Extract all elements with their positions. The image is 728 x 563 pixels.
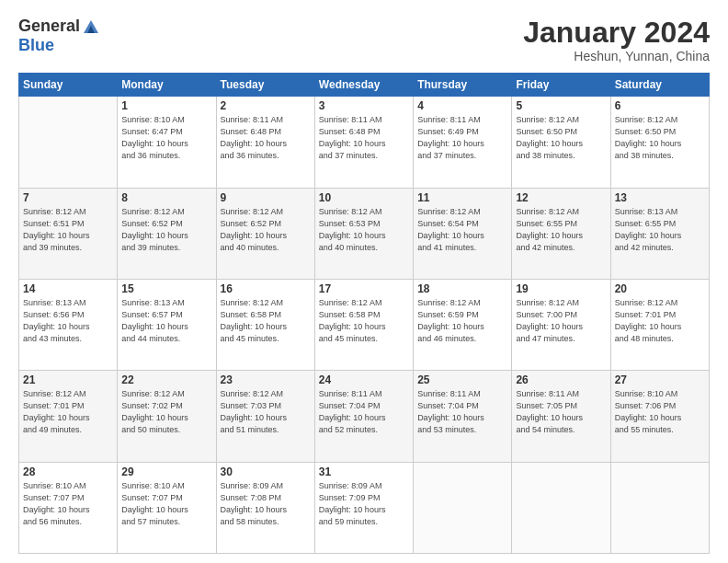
calendar-cell: 2Sunrise: 8:11 AM Sunset: 6:48 PM Daylig… [216, 97, 314, 188]
day-number: 2 [221, 99, 311, 112]
logo-blue-text: Blue [18, 36, 54, 55]
header: General Blue January 2024 Heshun, Yunnan… [18, 17, 710, 63]
calendar-cell [19, 97, 118, 188]
calendar-week-row: 7Sunrise: 8:12 AM Sunset: 6:51 PM Daylig… [19, 188, 710, 279]
day-info: Sunrise: 8:11 AM Sunset: 6:49 PM Dayligh… [417, 114, 507, 162]
calendar-cell: 21Sunrise: 8:12 AM Sunset: 7:01 PM Dayli… [19, 371, 118, 462]
day-info: Sunrise: 8:12 AM Sunset: 7:01 PM Dayligh… [23, 388, 113, 436]
calendar-cell: 14Sunrise: 8:13 AM Sunset: 6:56 PM Dayli… [19, 279, 118, 370]
day-info: Sunrise: 8:11 AM Sunset: 6:48 PM Dayligh… [221, 114, 311, 162]
day-number: 25 [417, 373, 507, 386]
day-number: 8 [121, 191, 211, 204]
day-info: Sunrise: 8:11 AM Sunset: 6:48 PM Dayligh… [319, 114, 409, 162]
day-number: 5 [516, 99, 606, 112]
day-info: Sunrise: 8:12 AM Sunset: 6:50 PM Dayligh… [516, 114, 606, 162]
logo-general-text: General [18, 17, 80, 36]
calendar-cell: 13Sunrise: 8:13 AM Sunset: 6:55 PM Dayli… [610, 188, 709, 279]
calendar-cell: 26Sunrise: 8:11 AM Sunset: 7:05 PM Dayli… [512, 371, 610, 462]
day-info: Sunrise: 8:10 AM Sunset: 6:47 PM Dayligh… [121, 114, 211, 162]
logo-icon [82, 18, 100, 35]
day-number: 21 [23, 373, 113, 386]
calendar-cell: 27Sunrise: 8:10 AM Sunset: 7:06 PM Dayli… [610, 371, 709, 462]
calendar-cell [512, 462, 610, 553]
calendar-cell: 1Sunrise: 8:10 AM Sunset: 6:47 PM Daylig… [118, 97, 216, 188]
calendar-table: SundayMondayTuesdayWednesdayThursdayFrid… [18, 73, 710, 554]
calendar-header-wednesday: Wednesday [314, 74, 413, 97]
calendar-cell: 10Sunrise: 8:12 AM Sunset: 6:53 PM Dayli… [314, 188, 413, 279]
calendar-week-row: 28Sunrise: 8:10 AM Sunset: 7:07 PM Dayli… [19, 462, 710, 553]
calendar-cell: 15Sunrise: 8:13 AM Sunset: 6:57 PM Dayli… [118, 279, 216, 370]
location-subtitle: Heshun, Yunnan, China [523, 49, 710, 63]
day-number: 20 [615, 282, 705, 295]
day-number: 3 [319, 99, 409, 112]
day-number: 13 [615, 191, 705, 204]
logo: General Blue [18, 17, 100, 55]
day-info: Sunrise: 8:12 AM Sunset: 6:51 PM Dayligh… [23, 206, 113, 254]
day-info: Sunrise: 8:12 AM Sunset: 7:02 PM Dayligh… [121, 388, 211, 436]
day-number: 11 [417, 191, 507, 204]
day-info: Sunrise: 8:09 AM Sunset: 7:08 PM Dayligh… [221, 480, 311, 528]
day-number: 1 [121, 99, 211, 112]
day-info: Sunrise: 8:13 AM Sunset: 6:55 PM Dayligh… [615, 206, 705, 254]
day-number: 28 [23, 465, 113, 478]
day-number: 10 [319, 191, 409, 204]
calendar-cell: 16Sunrise: 8:12 AM Sunset: 6:58 PM Dayli… [216, 279, 314, 370]
calendar-cell: 28Sunrise: 8:10 AM Sunset: 7:07 PM Dayli… [19, 462, 118, 553]
calendar-cell: 25Sunrise: 8:11 AM Sunset: 7:04 PM Dayli… [414, 371, 512, 462]
calendar-header-thursday: Thursday [414, 74, 512, 97]
calendar-cell: 20Sunrise: 8:12 AM Sunset: 7:01 PM Dayli… [610, 279, 709, 370]
calendar-cell: 30Sunrise: 8:09 AM Sunset: 7:08 PM Dayli… [216, 462, 314, 553]
day-number: 18 [417, 282, 507, 295]
day-number: 26 [516, 373, 606, 386]
day-number: 30 [221, 465, 311, 478]
day-info: Sunrise: 8:10 AM Sunset: 7:07 PM Dayligh… [121, 480, 211, 528]
calendar-cell: 23Sunrise: 8:12 AM Sunset: 7:03 PM Dayli… [216, 371, 314, 462]
calendar-header-sunday: Sunday [19, 74, 118, 97]
day-number: 27 [615, 373, 705, 386]
calendar-cell: 22Sunrise: 8:12 AM Sunset: 7:02 PM Dayli… [118, 371, 216, 462]
day-info: Sunrise: 8:10 AM Sunset: 7:07 PM Dayligh… [23, 480, 113, 528]
day-info: Sunrise: 8:12 AM Sunset: 6:58 PM Dayligh… [221, 297, 311, 345]
day-number: 29 [121, 465, 211, 478]
day-number: 31 [319, 465, 409, 478]
calendar-cell [610, 462, 709, 553]
calendar-cell: 19Sunrise: 8:12 AM Sunset: 7:00 PM Dayli… [512, 279, 610, 370]
calendar-cell: 31Sunrise: 8:09 AM Sunset: 7:09 PM Dayli… [314, 462, 413, 553]
title-block: January 2024 Heshun, Yunnan, China [523, 17, 710, 63]
calendar-cell: 11Sunrise: 8:12 AM Sunset: 6:54 PM Dayli… [414, 188, 512, 279]
day-info: Sunrise: 8:13 AM Sunset: 6:57 PM Dayligh… [121, 297, 211, 345]
calendar-cell: 8Sunrise: 8:12 AM Sunset: 6:52 PM Daylig… [118, 188, 216, 279]
calendar-header-saturday: Saturday [610, 74, 709, 97]
calendar-cell: 12Sunrise: 8:12 AM Sunset: 6:55 PM Dayli… [512, 188, 610, 279]
day-number: 4 [417, 99, 507, 112]
day-number: 22 [121, 373, 211, 386]
day-info: Sunrise: 8:12 AM Sunset: 6:50 PM Dayligh… [615, 114, 705, 162]
calendar-week-row: 21Sunrise: 8:12 AM Sunset: 7:01 PM Dayli… [19, 371, 710, 462]
day-info: Sunrise: 8:13 AM Sunset: 6:56 PM Dayligh… [23, 297, 113, 345]
day-info: Sunrise: 8:12 AM Sunset: 7:03 PM Dayligh… [221, 388, 311, 436]
calendar-header-tuesday: Tuesday [216, 74, 314, 97]
calendar-cell: 7Sunrise: 8:12 AM Sunset: 6:51 PM Daylig… [19, 188, 118, 279]
day-info: Sunrise: 8:10 AM Sunset: 7:06 PM Dayligh… [615, 388, 705, 436]
day-info: Sunrise: 8:12 AM Sunset: 7:00 PM Dayligh… [516, 297, 606, 345]
calendar-cell: 4Sunrise: 8:11 AM Sunset: 6:49 PM Daylig… [414, 97, 512, 188]
day-number: 7 [23, 191, 113, 204]
day-number: 14 [23, 282, 113, 295]
day-info: Sunrise: 8:12 AM Sunset: 6:55 PM Dayligh… [516, 206, 606, 254]
calendar-week-row: 14Sunrise: 8:13 AM Sunset: 6:56 PM Dayli… [19, 279, 710, 370]
day-info: Sunrise: 8:12 AM Sunset: 7:01 PM Dayligh… [615, 297, 705, 345]
day-info: Sunrise: 8:12 AM Sunset: 6:52 PM Dayligh… [121, 206, 211, 254]
day-number: 24 [319, 373, 409, 386]
day-number: 6 [615, 99, 705, 112]
day-number: 19 [516, 282, 606, 295]
calendar-cell: 9Sunrise: 8:12 AM Sunset: 6:52 PM Daylig… [216, 188, 314, 279]
day-number: 15 [121, 282, 211, 295]
day-info: Sunrise: 8:11 AM Sunset: 7:04 PM Dayligh… [417, 388, 507, 436]
calendar-header-monday: Monday [118, 74, 216, 97]
day-info: Sunrise: 8:12 AM Sunset: 6:53 PM Dayligh… [319, 206, 409, 254]
day-number: 23 [221, 373, 311, 386]
day-number: 16 [221, 282, 311, 295]
day-info: Sunrise: 8:11 AM Sunset: 7:04 PM Dayligh… [319, 388, 409, 436]
calendar-cell: 3Sunrise: 8:11 AM Sunset: 6:48 PM Daylig… [314, 97, 413, 188]
calendar-cell: 6Sunrise: 8:12 AM Sunset: 6:50 PM Daylig… [610, 97, 709, 188]
